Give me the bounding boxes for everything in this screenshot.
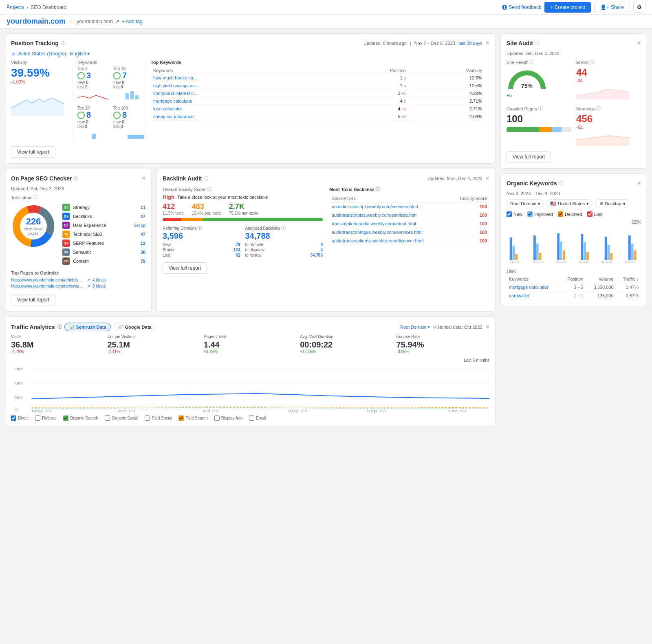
svg-text:Nov 30: Nov 30 [625, 260, 635, 264]
breadcrumb-projects[interactable]: Projects [7, 4, 24, 10]
toxic-url[interactable]: usaudiotranscript.weebly.com/services.ht… [329, 202, 444, 211]
star-icon[interactable]: ☆ [69, 19, 73, 24]
ops-info-icon[interactable]: ⓘ [73, 176, 78, 182]
legend-email[interactable]: Email [249, 415, 266, 421]
ok-country-filter[interactable]: 🇺🇸 United States ▾ [546, 199, 593, 208]
errors-metric: Errors ⓘ 44 -34 [576, 59, 641, 101]
idea-count[interactable]: 12 [141, 241, 145, 246]
ok-legend-declined[interactable]: Declined [558, 211, 582, 217]
pt-info-icon[interactable]: ⓘ [61, 40, 66, 46]
ba-info-icon[interactable]: ⓘ [204, 176, 208, 182]
legend-display-ads[interactable]: Display Ads [214, 415, 242, 421]
toxic-url[interactable]: audiotranscriptionss.weebly.com/discover… [329, 237, 444, 245]
ok-info-icon[interactable]: ⓘ [559, 180, 563, 187]
top-keywords-table: Keywords Position Visibility how much ho… [151, 67, 485, 121]
ta-tab-google[interactable]: 📈 Google Data [113, 323, 156, 331]
svg-marker-0 [11, 98, 64, 116]
pt-header-right: Updated: 0 hours ago | Nov 7 – Dec 6, 20… [363, 40, 489, 47]
ba-close-button[interactable]: × [486, 175, 489, 182]
idea-count[interactable]: 47 [141, 214, 145, 219]
toxic-url[interactable]: transcriptionsaudio.weebly.com/about.htm… [329, 220, 444, 228]
ok-device-filter[interactable]: 🖥 Desktop ▾ [595, 199, 629, 208]
errors-value: 44 [576, 67, 641, 78]
toxic-row: transcriptionsaudio.weebly.com/about.htm… [329, 220, 489, 228]
ok-keyword[interactable]: mortgage calculator [507, 283, 560, 292]
top-kw-row: how much house ca... 1 0 12.5% [151, 74, 485, 82]
overall-toxicity-label: Overall Toxicity Score [163, 187, 206, 192]
toxic-url[interactable]: audiotranscribingus.weebly.com/services.… [329, 228, 444, 237]
send-feedback-link[interactable]: Send feedback [502, 4, 541, 10]
pt-updated: Updated: 0 hours ago [363, 41, 407, 46]
create-project-button[interactable]: + Create project [544, 2, 591, 13]
kw-keyword[interactable]: mortgage calculator [151, 97, 333, 105]
toxicity-info-icon[interactable]: ⓘ [207, 186, 211, 192]
toxic-url[interactable]: audiotranscriptss.weebly.com/services.ht… [329, 211, 444, 220]
idea-row: St Strategy 11 [62, 204, 145, 211]
sa-header: Site Audit ⓘ × [507, 40, 641, 47]
th-visibility: Visibility [408, 67, 485, 74]
legend-organic-search[interactable]: Organic Search [63, 415, 98, 421]
kw-keyword[interactable]: loan calculator [151, 105, 333, 113]
pt-metrics: Visibility 39.59% -1.03% Keywords [11, 60, 489, 142]
toxicity-bar [163, 218, 323, 221]
pt-close-button[interactable]: × [486, 40, 489, 47]
legend-referral[interactable]: Referral [35, 415, 57, 421]
idea-count[interactable]: 30 [141, 250, 145, 255]
share-button[interactable]: 👤+ Share [594, 2, 630, 13]
top10-value: 7 [122, 71, 127, 80]
kw-keyword[interactable]: cheap car insurance [151, 113, 333, 121]
main-grid: Position Tracking ⓘ Updated: 0 hours ago… [0, 29, 652, 432]
ta-close-button[interactable]: × [486, 323, 489, 331]
svg-text:Aug 23: Aug 23 [288, 409, 307, 413]
ok-th-position: Position [560, 275, 586, 283]
kw-keyword[interactable]: high yield savings ac... [151, 82, 333, 90]
kw-keyword[interactable]: how much house ca... [151, 74, 333, 82]
top-page-row[interactable]: https://www.yourdomain.com/reviews/banki… [11, 284, 145, 288]
warnings-value: 456 [576, 113, 641, 125]
ok-close-button[interactable]: × [637, 180, 641, 187]
pt-date-filter[interactable]: last 30 days [458, 41, 482, 46]
legend-paid-social[interactable]: Paid Social [145, 415, 172, 421]
legend-paid-search[interactable]: Paid Search [178, 415, 207, 421]
position-tracking-card: Position Tracking ⓘ Updated: 0 hours ago… [5, 33, 496, 164]
ba-view-report-button[interactable]: View full report [163, 262, 207, 274]
ok-legend-lost[interactable]: Lost [587, 211, 603, 217]
ok-legend: New Improved Declined Lost [507, 211, 641, 217]
idea-setup[interactable]: Set up [134, 223, 145, 228]
sa-info-icon[interactable]: ⓘ [535, 40, 539, 46]
ta-tab-semrush[interactable]: 📊 Semrush Data [64, 323, 111, 331]
sa-close-button[interactable]: × [637, 40, 641, 47]
svg-rect-5 [135, 95, 139, 99]
ok-th-volume: Volume [586, 275, 616, 283]
ok-keyword[interactable]: nerdwallet [507, 292, 560, 300]
add-tag-link[interactable]: + Add tag [122, 19, 143, 24]
ta-info-icon[interactable]: ⓘ [57, 324, 62, 330]
ok-legend-improved[interactable]: Improved [527, 211, 553, 217]
kw-visibility: 2.71% [408, 105, 485, 113]
svg-point-2 [114, 73, 120, 79]
sa-view-report-button[interactable]: View full report [507, 151, 551, 163]
crawled-pages-label: Crawled Pages ⓘ [507, 106, 571, 112]
keywords-label: Keywords [77, 60, 141, 65]
ta-root-domain-filter[interactable]: Root Domain ▾ [400, 324, 430, 330]
tox-bar-red [163, 218, 181, 221]
legend-direct[interactable]: Direct [11, 415, 29, 421]
ok-root-domain-filter[interactable]: Root Domain ▾ [507, 199, 544, 208]
kw-keyword[interactable]: compound interest c... [151, 90, 333, 97]
legend-organic-social[interactable]: Organic Social [105, 415, 138, 421]
idea-count[interactable]: 79 [141, 259, 145, 264]
pt-location-filter[interactable]: 🖥 United States (Google) · English ▾ [11, 51, 489, 57]
idea-count[interactable]: 47 [141, 232, 145, 237]
svg-marker-33 [576, 136, 629, 146]
svg-text:Nov 10: Nov 10 [533, 260, 544, 264]
errors-label: Errors ⓘ [576, 59, 641, 65]
ok-legend-new[interactable]: New [507, 211, 522, 217]
external-link-icon[interactable]: ↗ [115, 19, 119, 24]
ops-view-report-button[interactable]: View full report [11, 294, 55, 306]
settings-button[interactable]: ⚙ [633, 2, 645, 13]
idea-count[interactable]: 11 [141, 205, 145, 210]
top-page-row[interactable]: https://www.yourdomain.com/article/small… [11, 278, 145, 282]
ops-close-button[interactable]: × [142, 175, 145, 182]
pt-view-report-button[interactable]: View full report [11, 146, 55, 158]
ta-legend: Direct Referral Organic Search Organic S… [11, 415, 489, 421]
